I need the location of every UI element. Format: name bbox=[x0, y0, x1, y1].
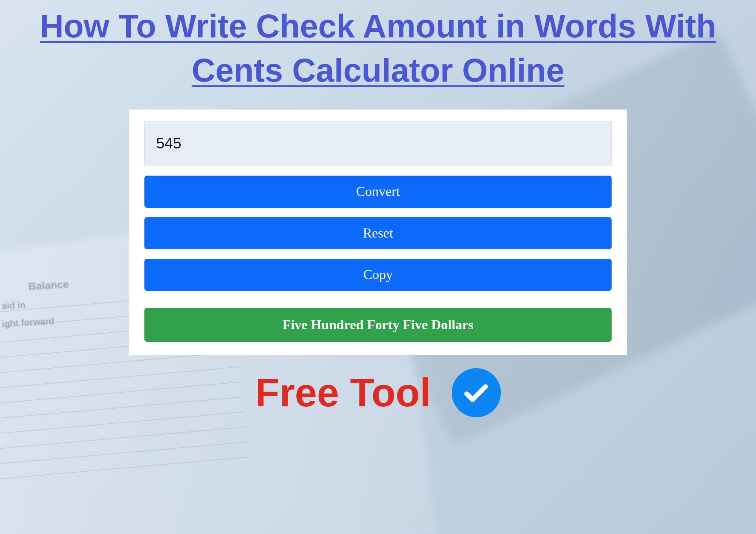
copy-button[interactable]: Copy bbox=[144, 259, 612, 291]
check-icon bbox=[462, 378, 490, 407]
convert-button[interactable]: Convert bbox=[144, 176, 612, 208]
calculator-card: Convert Reset Copy Five Hundred Forty Fi… bbox=[129, 110, 627, 355]
free-tool-label: Free Tool bbox=[255, 370, 431, 415]
reset-button[interactable]: Reset bbox=[144, 217, 612, 249]
footer-row: Free Tool bbox=[0, 368, 756, 417]
result-display: Five Hundred Forty Five Dollars bbox=[144, 308, 612, 342]
background-paid-label: aid in bbox=[2, 299, 26, 311]
check-badge bbox=[452, 368, 501, 417]
page-title: How To Write Check Amount in Words With … bbox=[0, 0, 756, 93]
background-balance-label: Balance bbox=[28, 278, 69, 293]
amount-input[interactable] bbox=[144, 121, 612, 166]
